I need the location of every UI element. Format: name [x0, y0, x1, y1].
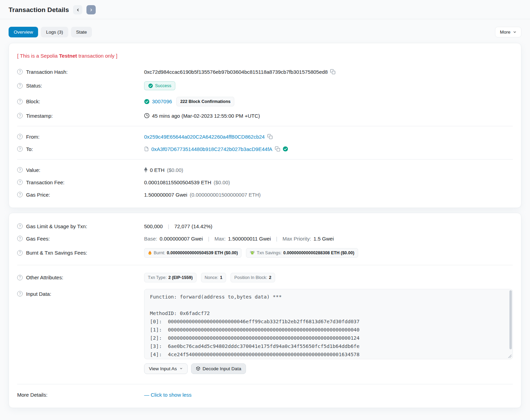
input-data-text: Function: forward(address to,bytes data)… — [144, 289, 513, 359]
scrollbar-thumb[interactable] — [509, 290, 512, 349]
transaction-fee-eth: 0.000108115500504539 ETH — [144, 179, 211, 185]
notice-text-bold: Testnet — [59, 53, 77, 59]
notice-text-pre: [ This is a Sepolia — [17, 53, 59, 59]
decode-cube-icon — [196, 366, 200, 371]
row-status: Status: Success — [17, 78, 513, 93]
row-transaction-hash: Transaction Hash: 0xc72d984ccac6190b5f13… — [17, 66, 513, 78]
help-icon[interactable] — [17, 179, 23, 185]
copy-icon[interactable] — [330, 69, 335, 74]
fire-icon — [148, 250, 152, 255]
block-confirmations-badge: 222 Block Confirmations — [176, 97, 234, 106]
transaction-fee-label: Transaction Fee: — [26, 179, 64, 185]
help-icon[interactable] — [17, 99, 23, 104]
view-input-as-button[interactable]: View Input As — [144, 363, 188, 374]
divider — [17, 384, 513, 384]
status-badge: Success — [144, 81, 175, 90]
notice-text-post: transaction only ] — [77, 53, 118, 59]
tab-logs[interactable]: Logs (3) — [41, 27, 68, 37]
help-icon[interactable] — [17, 250, 23, 256]
gas-price-gwei: 1.500000007 Gwei — [144, 192, 187, 198]
clock-icon — [144, 113, 150, 118]
status-badge-label: Success — [155, 83, 171, 88]
contract-file-icon — [144, 146, 149, 152]
base-fee-value: 0.000000007 Gwei — [160, 236, 203, 242]
block-label: Block: — [26, 98, 40, 104]
nonce-value: 1 — [220, 275, 222, 280]
chevron-down-icon — [513, 30, 517, 34]
copy-icon[interactable] — [267, 134, 273, 139]
help-icon[interactable] — [17, 134, 23, 139]
row-gas-limit-usage: Gas Limit & Usage by Txn: 500,000 | 72,0… — [17, 220, 513, 232]
tab-overview[interactable]: Overview — [9, 27, 38, 37]
gas-fees-label: Gas Fees: — [26, 236, 50, 242]
help-icon[interactable] — [17, 167, 23, 173]
max-fee-label: Max: — [214, 236, 226, 242]
position-in-block-value: 2 — [269, 275, 271, 280]
next-transaction-button[interactable] — [86, 5, 96, 14]
overview-card: [ This is a Sepolia Testnet transaction … — [9, 43, 521, 208]
position-in-block-label: Position In Block: — [234, 275, 267, 280]
to-address-link[interactable]: 0xA3f07D6773514480b918C2742b027b3acD9E44… — [151, 146, 272, 152]
previous-transaction-button[interactable] — [73, 5, 82, 14]
value-usd: ($0.00) — [167, 167, 184, 173]
help-icon[interactable] — [17, 275, 23, 280]
txn-savings-badge-label: Txn Savings: — [257, 250, 281, 255]
txn-savings-badge-value: 0.000000000000288308 ETH ($0.00) — [283, 250, 354, 255]
details-card: Gas Limit & Usage by Txn: 500,000 | 72,0… — [9, 213, 521, 408]
help-icon[interactable] — [17, 236, 23, 241]
show-less-link[interactable]: — Click to show less — [144, 392, 191, 398]
more-button-label: More — [500, 30, 510, 35]
copy-icon[interactable] — [275, 146, 280, 152]
row-value: Value: 0 ETH ($0.00) — [17, 164, 513, 176]
row-other-attributes: Other Attributes: Txn Type: 2 (EIP-1559)… — [17, 269, 513, 285]
check-circle-icon — [144, 99, 150, 104]
help-icon[interactable] — [17, 146, 23, 152]
block-confirmations-text: 222 Block Confirmations — [180, 99, 231, 104]
burnt-badge-label: Burnt: — [154, 250, 165, 255]
input-data-box[interactable]: Function: forward(address to,bytes data)… — [144, 289, 513, 359]
page-title: Transaction Details — [9, 6, 69, 14]
max-priority-fee-value: 1.5 Gwei — [314, 236, 334, 242]
help-icon[interactable] — [17, 223, 23, 229]
help-icon[interactable] — [17, 83, 23, 89]
other-attributes-label: Other Attributes: — [26, 275, 63, 280]
gas-price-eth: (0.000000001500000007 ETH) — [190, 192, 261, 198]
chevron-right-icon — [89, 8, 93, 12]
tab-state[interactable]: State — [71, 27, 92, 37]
more-button[interactable]: More — [495, 27, 521, 37]
chevron-left-icon — [76, 8, 80, 12]
separator: | — [165, 223, 172, 229]
help-icon[interactable] — [17, 69, 23, 74]
from-label: From: — [26, 134, 39, 140]
testnet-notice: [ This is a Sepolia Testnet transaction … — [17, 50, 513, 66]
position-in-block-badge: Position In Block: 2 — [231, 273, 275, 282]
gas-usage-value: 72,077 (14.42%) — [174, 223, 212, 229]
base-fee-label: Base: — [144, 236, 157, 242]
divider — [17, 126, 513, 126]
help-icon[interactable] — [17, 192, 23, 197]
input-data-label: Input Data: — [26, 291, 51, 297]
burnt-savings-label: Burnt & Txn Savings Fees: — [26, 250, 87, 256]
transaction-details-page: Transaction Details Overview Logs (3) St… — [0, 0, 530, 420]
transaction-hash-label: Transaction Hash: — [26, 69, 68, 75]
txn-type-value: 2 (EIP-1559) — [168, 275, 193, 280]
resize-grip-icon[interactable] — [508, 354, 511, 358]
block-number-link[interactable]: 3007096 — [152, 98, 172, 104]
transaction-hash-value: 0xc72d984ccac6190b5f135576eb97b03604bc81… — [144, 69, 328, 75]
nonce-label: Nonce: — [205, 275, 219, 280]
decode-input-data-button[interactable]: Decode Input Data — [191, 363, 246, 374]
more-details-label: More Details: — [17, 392, 47, 398]
gas-limit-value: 500,000 — [144, 223, 163, 229]
divider — [17, 265, 513, 265]
input-data-scrollbar[interactable] — [509, 290, 512, 358]
from-address-link[interactable]: 0x259c49E65644a020C2A642260a4ffB0CD862cb… — [144, 134, 265, 140]
check-circle-icon — [148, 83, 153, 88]
help-icon[interactable] — [17, 113, 23, 118]
timestamp-label: Timestamp: — [26, 113, 53, 119]
row-gas-fees: Gas Fees: Base: 0.000000007 Gwei | Max: … — [17, 232, 513, 245]
row-input-data: Input Data: Function: forward(address to… — [17, 285, 513, 377]
row-block: Block: 3007096 222 Block Confirmations — [17, 93, 513, 109]
help-icon[interactable] — [17, 291, 23, 296]
row-gas-price: Gas Price: 1.500000007 Gwei (0.000000001… — [17, 188, 513, 201]
page-header: Transaction Details — [9, 0, 521, 19]
